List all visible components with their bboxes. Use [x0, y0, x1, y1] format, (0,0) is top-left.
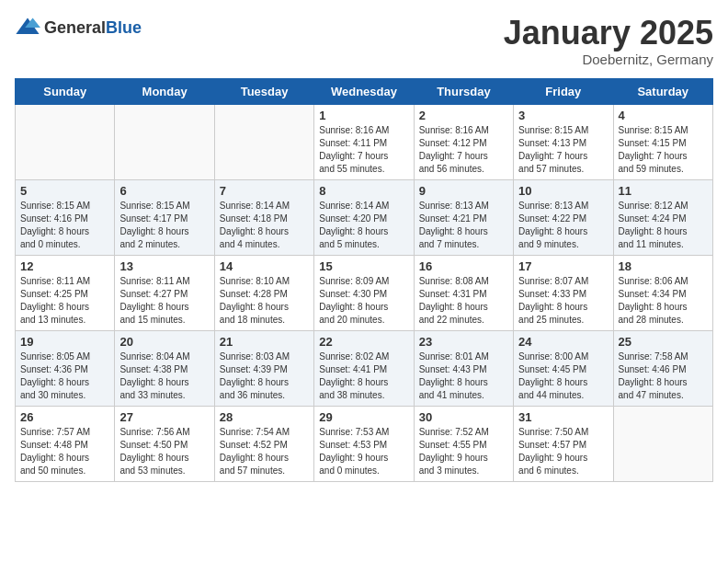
day-number: 4: [619, 109, 708, 122]
day-info: Sunrise: 7:50 AM Sunset: 4:57 PM Dayligh…: [518, 426, 608, 477]
day-info: Sunrise: 8:01 AM Sunset: 4:43 PM Dayligh…: [419, 350, 508, 402]
day-header-tuesday: Tuesday: [214, 78, 313, 104]
day-number: 16: [419, 259, 508, 273]
calendar-cell: 24Sunrise: 8:00 AM Sunset: 4:45 PM Dayli…: [514, 330, 613, 406]
logo: GeneralBlue: [15, 15, 142, 40]
day-info: Sunrise: 7:52 AM Sunset: 4:55 PM Dayligh…: [419, 426, 508, 477]
calendar-cell: 17Sunrise: 8:07 AM Sunset: 4:33 PM Dayli…: [514, 255, 613, 330]
logo-icon: [15, 15, 40, 40]
calendar-cell: 15Sunrise: 8:09 AM Sunset: 4:30 PM Dayli…: [314, 255, 414, 330]
day-info: Sunrise: 8:16 AM Sunset: 4:12 PM Dayligh…: [419, 124, 508, 176]
day-info: Sunrise: 8:09 AM Sunset: 4:30 PM Dayligh…: [319, 275, 408, 327]
title-block: January 2025 Doebernitz, Germany: [504, 15, 713, 67]
day-header-friday: Friday: [514, 78, 613, 104]
calendar-week-row: 1Sunrise: 8:16 AM Sunset: 4:11 PM Daylig…: [16, 104, 713, 179]
day-info: Sunrise: 7:58 AM Sunset: 4:46 PM Dayligh…: [619, 350, 708, 402]
day-number: 28: [220, 410, 309, 424]
calendar-cell: 1Sunrise: 8:16 AM Sunset: 4:11 PM Daylig…: [314, 104, 414, 179]
day-header-wednesday: Wednesday: [314, 78, 414, 104]
day-number: 29: [319, 410, 408, 424]
calendar-cell: 12Sunrise: 8:11 AM Sunset: 4:25 PM Dayli…: [16, 255, 115, 330]
calendar-cell: 26Sunrise: 7:57 AM Sunset: 4:48 PM Dayli…: [16, 406, 115, 481]
calendar-cell: 4Sunrise: 8:15 AM Sunset: 4:15 PM Daylig…: [613, 104, 712, 179]
day-info: Sunrise: 8:13 AM Sunset: 4:21 PM Dayligh…: [419, 200, 508, 251]
calendar-cell: 19Sunrise: 8:05 AM Sunset: 4:36 PM Dayli…: [16, 330, 115, 406]
day-number: 6: [119, 184, 209, 198]
day-number: 8: [319, 184, 408, 198]
day-info: Sunrise: 8:14 AM Sunset: 4:18 PM Dayligh…: [220, 200, 309, 251]
calendar-cell: 18Sunrise: 8:06 AM Sunset: 4:34 PM Dayli…: [613, 255, 712, 330]
day-number: 22: [319, 335, 408, 349]
calendar-cell: [214, 104, 313, 179]
calendar-cell: 30Sunrise: 7:52 AM Sunset: 4:55 PM Dayli…: [414, 406, 513, 481]
day-info: Sunrise: 8:15 AM Sunset: 4:16 PM Dayligh…: [20, 200, 109, 251]
calendar-cell: 31Sunrise: 7:50 AM Sunset: 4:57 PM Dayli…: [514, 406, 613, 481]
day-number: 18: [619, 259, 708, 273]
day-number: 5: [20, 184, 109, 198]
calendar-cell: 27Sunrise: 7:56 AM Sunset: 4:50 PM Dayli…: [115, 406, 214, 481]
day-info: Sunrise: 8:13 AM Sunset: 4:22 PM Dayligh…: [518, 200, 608, 251]
day-header-monday: Monday: [115, 78, 214, 104]
calendar: SundayMondayTuesdayWednesdayThursdayFrid…: [15, 78, 713, 482]
day-info: Sunrise: 7:53 AM Sunset: 4:53 PM Dayligh…: [319, 426, 408, 477]
calendar-cell: 28Sunrise: 7:54 AM Sunset: 4:52 PM Dayli…: [214, 406, 313, 481]
day-info: Sunrise: 8:03 AM Sunset: 4:39 PM Dayligh…: [220, 350, 309, 402]
calendar-cell: 5Sunrise: 8:15 AM Sunset: 4:16 PM Daylig…: [16, 179, 115, 255]
day-number: 30: [419, 410, 508, 424]
day-info: Sunrise: 8:00 AM Sunset: 4:45 PM Dayligh…: [518, 350, 608, 402]
calendar-cell: [613, 406, 712, 481]
day-number: 24: [518, 335, 608, 349]
day-header-thursday: Thursday: [414, 78, 513, 104]
day-info: Sunrise: 8:11 AM Sunset: 4:27 PM Dayligh…: [119, 275, 209, 327]
calendar-week-row: 26Sunrise: 7:57 AM Sunset: 4:48 PM Dayli…: [16, 406, 713, 481]
calendar-cell: 7Sunrise: 8:14 AM Sunset: 4:18 PM Daylig…: [214, 179, 313, 255]
day-info: Sunrise: 8:05 AM Sunset: 4:36 PM Dayligh…: [20, 350, 109, 402]
day-info: Sunrise: 8:10 AM Sunset: 4:28 PM Dayligh…: [220, 275, 309, 327]
day-info: Sunrise: 8:06 AM Sunset: 4:34 PM Dayligh…: [619, 275, 708, 327]
calendar-cell: 9Sunrise: 8:13 AM Sunset: 4:21 PM Daylig…: [414, 179, 513, 255]
calendar-week-row: 19Sunrise: 8:05 AM Sunset: 4:36 PM Dayli…: [16, 330, 713, 406]
day-number: 7: [220, 184, 309, 198]
calendar-cell: 14Sunrise: 8:10 AM Sunset: 4:28 PM Dayli…: [214, 255, 313, 330]
day-number: 26: [20, 410, 109, 424]
day-info: Sunrise: 7:54 AM Sunset: 4:52 PM Dayligh…: [220, 426, 309, 477]
calendar-cell: 11Sunrise: 8:12 AM Sunset: 4:24 PM Dayli…: [613, 179, 712, 255]
calendar-cell: 2Sunrise: 8:16 AM Sunset: 4:12 PM Daylig…: [414, 104, 513, 179]
day-number: 19: [20, 335, 109, 349]
day-info: Sunrise: 8:15 AM Sunset: 4:15 PM Dayligh…: [619, 124, 708, 176]
calendar-cell: 25Sunrise: 7:58 AM Sunset: 4:46 PM Dayli…: [613, 330, 712, 406]
day-number: 1: [319, 109, 408, 122]
day-number: 2: [419, 109, 508, 122]
day-number: 11: [619, 184, 708, 198]
calendar-cell: 6Sunrise: 8:15 AM Sunset: 4:17 PM Daylig…: [115, 179, 214, 255]
calendar-week-row: 12Sunrise: 8:11 AM Sunset: 4:25 PM Dayli…: [16, 255, 713, 330]
day-number: 17: [518, 259, 608, 273]
day-number: 12: [20, 259, 109, 273]
day-number: 15: [319, 259, 408, 273]
day-info: Sunrise: 7:56 AM Sunset: 4:50 PM Dayligh…: [119, 426, 209, 477]
calendar-cell: [115, 104, 214, 179]
page-header: GeneralBlue January 2025 Doebernitz, Ger…: [15, 15, 713, 67]
calendar-cell: 13Sunrise: 8:11 AM Sunset: 4:27 PM Dayli…: [115, 255, 214, 330]
day-info: Sunrise: 8:07 AM Sunset: 4:33 PM Dayligh…: [518, 275, 608, 327]
calendar-cell: 3Sunrise: 8:15 AM Sunset: 4:13 PM Daylig…: [514, 104, 613, 179]
calendar-cell: 23Sunrise: 8:01 AM Sunset: 4:43 PM Dayli…: [414, 330, 513, 406]
month-title: January 2025: [504, 15, 713, 52]
day-number: 25: [619, 335, 708, 349]
day-info: Sunrise: 7:57 AM Sunset: 4:48 PM Dayligh…: [20, 426, 109, 477]
day-info: Sunrise: 8:14 AM Sunset: 4:20 PM Dayligh…: [319, 200, 408, 251]
calendar-header-row: SundayMondayTuesdayWednesdayThursdayFrid…: [16, 78, 713, 104]
day-number: 27: [119, 410, 209, 424]
calendar-cell: 10Sunrise: 8:13 AM Sunset: 4:22 PM Dayli…: [514, 179, 613, 255]
day-header-sunday: Sunday: [16, 78, 115, 104]
calendar-cell: 21Sunrise: 8:03 AM Sunset: 4:39 PM Dayli…: [214, 330, 313, 406]
day-number: 20: [119, 335, 209, 349]
day-number: 21: [220, 335, 309, 349]
logo-general: GeneralBlue: [44, 18, 142, 38]
calendar-cell: 16Sunrise: 8:08 AM Sunset: 4:31 PM Dayli…: [414, 255, 513, 330]
day-number: 10: [518, 184, 608, 198]
day-number: 14: [220, 259, 309, 273]
calendar-cell: [16, 104, 115, 179]
calendar-cell: 29Sunrise: 7:53 AM Sunset: 4:53 PM Dayli…: [314, 406, 414, 481]
day-info: Sunrise: 8:16 AM Sunset: 4:11 PM Dayligh…: [319, 124, 408, 176]
